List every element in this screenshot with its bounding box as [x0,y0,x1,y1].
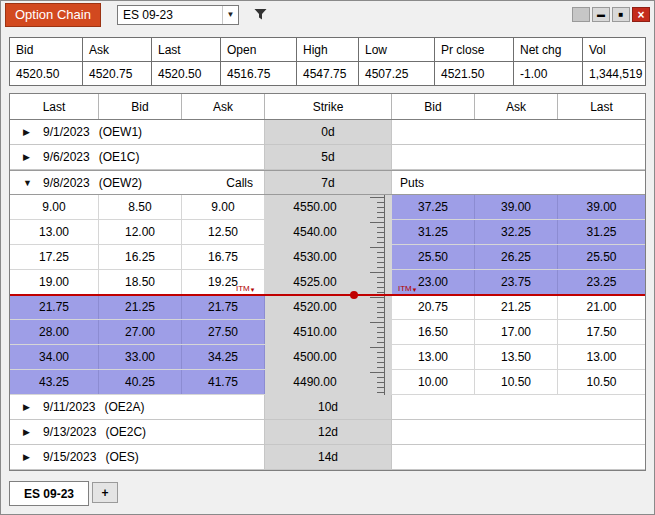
put-last-cell[interactable]: 21.00 [558,295,645,319]
call-last-cell[interactable]: 28.00 [10,320,99,344]
call-ask-cell[interactable]: 41.75 [182,370,265,394]
strike-cell: 4520.00 [265,295,392,319]
put-ask-cell[interactable]: 17.00 [475,320,558,344]
call-last-cell[interactable]: 21.75 [10,295,99,319]
call-ask-cell[interactable]: 27.50 [182,320,265,344]
expiration-row-right [392,395,645,419]
put-last-cell[interactable]: 25.50 [558,245,645,269]
puts-section-label: Puts [392,171,645,194]
quote-value-cell: 4520.50 [152,62,220,85]
quote-strip: Bid Ask Last Open High Low Pr close Net … [9,37,646,86]
call-ask-cell[interactable]: 34.25 [182,345,265,369]
call-last-cell[interactable]: 13.00 [10,220,99,244]
put-ask-cell[interactable]: 26.25 [475,245,558,269]
window-extra-button[interactable] [572,7,590,22]
put-bid-cell[interactable]: 16.50 [392,320,475,344]
put-ask-cell[interactable]: 21.25 [475,295,558,319]
days-to-expiration: 0d [265,120,392,144]
put-ask-cell[interactable]: 39.00 [475,195,558,219]
quote-value-cell: 4520.75 [83,62,151,85]
call-ask-cell[interactable]: 16.75 [182,245,265,269]
call-bid-cell[interactable]: 18.50 [99,270,182,294]
expiration-info: ▶ 9/1/2023 (OEW1) [10,120,265,144]
call-bid-cell[interactable]: 40.25 [99,370,182,394]
call-last-cell[interactable]: 17.25 [10,245,99,269]
call-bid-cell[interactable]: 16.25 [99,245,182,269]
put-bid-cell[interactable]: 37.25 [392,195,475,219]
quote-header-cell: Low [359,38,434,61]
expiration-code: (OE1C) [99,150,140,164]
put-ask-cell[interactable]: 23.75 [475,270,558,294]
chevron-down-icon[interactable]: ▼ [222,6,238,24]
put-bid-cell[interactable]: 13.00 [392,345,475,369]
put-bid-cell[interactable]: 25.50 [392,245,475,269]
calls-section-label: Calls [226,176,264,190]
expiration-info: ▶ 9/11/2023 (OE2A) [10,395,265,419]
itm-triangle-icon: ▾ [413,286,417,293]
option-row: 9.00 8.50 9.00 4550.00 37.25 39.00 39.00 [10,195,645,220]
expander-icon[interactable]: ▶ [23,402,34,412]
call-bid-cell[interactable]: 33.00 [99,345,182,369]
option-row: 28.00 27.00 27.50 4510.00 16.50 17.00 17… [10,320,645,345]
puts-itm-marker: ITM▾ [398,285,416,293]
call-last-cell[interactable]: 9.00 [10,195,99,219]
option-chain-table: Last Bid Ask Strike Bid Ask Last ▶ 9/1/2… [9,93,646,471]
call-last-cell[interactable]: 34.00 [10,345,99,369]
call-ask-cell[interactable]: 21.75 [182,295,265,319]
put-last-cell[interactable]: 31.25 [558,220,645,244]
option-row: 13.00 12.00 12.50 4540.00 31.25 32.25 31… [10,220,645,245]
put-last-cell[interactable]: 39.00 [558,195,645,219]
option-row: 43.25 40.25 41.75 4490.00 10.00 10.50 10… [10,370,645,395]
symbol-dropdown[interactable]: ES 09-23 ▼ [117,5,239,25]
option-row: 17.25 16.25 16.75 4530.00 25.50 26.25 25… [10,245,645,270]
put-bid-cell[interactable]: 10.00 [392,370,475,394]
expiration-row[interactable]: ▶ 9/15/2023 (OES) 14d [10,445,645,470]
col-header-put-last: Last [558,94,645,119]
call-bid-cell[interactable]: 27.00 [99,320,182,344]
expiration-row-right [392,145,645,169]
call-bid-cell[interactable]: 12.00 [99,220,182,244]
expiration-row[interactable]: ▶ 9/11/2023 (OE2A) 10d [10,395,645,420]
maximize-button[interactable]: ■ [612,7,630,22]
put-ask-cell[interactable]: 13.50 [475,345,558,369]
put-ask-cell[interactable]: 32.25 [475,220,558,244]
quote-header-cell: Open [221,38,296,61]
call-last-cell[interactable]: 19.00 [10,270,99,294]
maximize-icon: ■ [619,10,624,19]
put-bid-cell[interactable]: 31.25 [392,220,475,244]
expander-icon[interactable]: ▶ [23,127,34,137]
expander-icon[interactable]: ▶ [23,152,34,162]
col-header-call-last: Last [10,94,99,119]
expiration-row[interactable]: ▶ 9/13/2023 (OE2C) 12d [10,420,645,445]
call-last-cell[interactable]: 43.25 [10,370,99,394]
put-last-cell[interactable]: 10.50 [558,370,645,394]
price-marker-icon [350,291,358,299]
add-tab-button[interactable]: + [92,482,118,503]
put-ask-cell[interactable]: 10.50 [475,370,558,394]
chain-header-row: Last Bid Ask Strike Bid Ask Last [10,94,645,120]
filter-icon[interactable] [253,7,269,23]
col-header-call-ask: Ask [182,94,265,119]
expander-icon[interactable]: ▶ [23,427,34,437]
put-bid-cell[interactable]: 20.75 [392,295,475,319]
call-bid-cell[interactable]: 8.50 [99,195,182,219]
put-last-cell[interactable]: 23.25 [558,270,645,294]
quote-value-cell: 1,344,519 [583,62,645,85]
minimize-icon: ▬ [597,10,605,19]
call-ask-cell[interactable]: 12.50 [182,220,265,244]
call-bid-cell[interactable]: 21.25 [99,295,182,319]
quote-value-cell: -1.00 [514,62,582,85]
quote-header-cell: Vol [583,38,645,61]
quote-value-cell: 4521.50 [435,62,513,85]
put-last-cell[interactable]: 13.00 [558,345,645,369]
put-last-cell[interactable]: 17.50 [558,320,645,344]
expander-icon[interactable]: ▼ [23,178,34,188]
expiration-row-expanded[interactable]: ▼ 9/8/2023 (OEW2) Calls 7d Puts [10,170,645,195]
expander-icon[interactable]: ▶ [23,452,34,462]
expiration-row[interactable]: ▶ 9/1/2023 (OEW1) 0d [10,120,645,145]
minimize-button[interactable]: ▬ [592,7,610,22]
call-ask-cell[interactable]: 9.00 [182,195,265,219]
expiration-row[interactable]: ▶ 9/6/2023 (OE1C) 5d [10,145,645,170]
close-button[interactable]: × [632,7,650,22]
tab-es-09-23[interactable]: ES 09-23 [9,481,89,506]
